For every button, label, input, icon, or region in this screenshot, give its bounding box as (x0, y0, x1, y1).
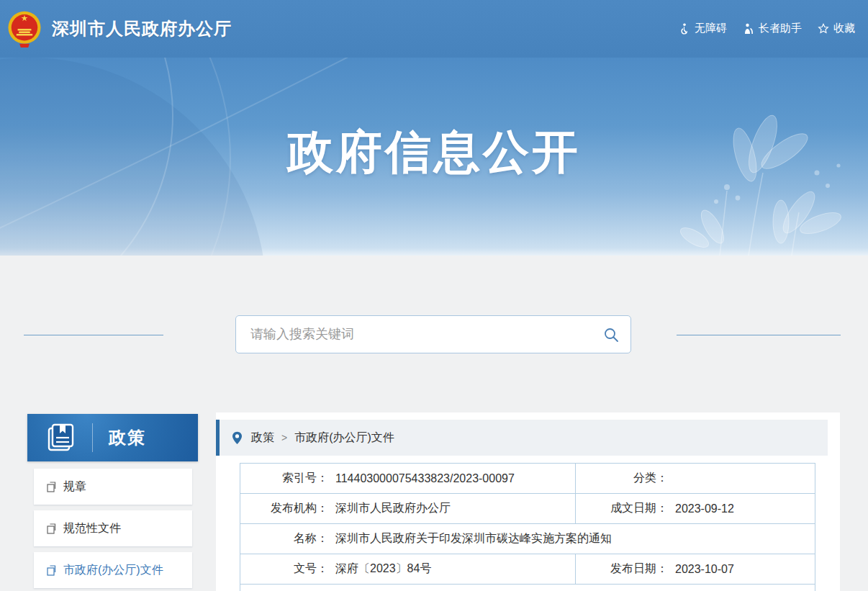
document-number-label: 文号： (240, 561, 328, 577)
top-header-bar: 深圳市人民政府办公厅 无障碍 长者助手 收藏 (0, 0, 868, 58)
written-date-label: 成文日期： (576, 501, 668, 516)
written-date-value: 2023-09-12 (675, 502, 734, 515)
search-input[interactable] (236, 316, 592, 353)
search-divider-left (24, 335, 163, 335)
issuing-agency-label: 发布机构： (240, 501, 328, 516)
document-name-cell: 名称： 深圳市人民政府关于印发深圳市碳达峰实施方案的通知 (240, 524, 815, 554)
search-icon (603, 327, 619, 343)
document-icon (47, 523, 58, 534)
elder-assist-link-label: 长者助手 (759, 22, 802, 35)
document-icon (47, 565, 58, 576)
sidebar-header-divider (92, 423, 93, 452)
breadcrumb: 政策 > 市政府(办公厅)文件 (216, 420, 828, 456)
search-button[interactable] (592, 316, 630, 353)
page: { "header": { "site_title": "深圳市人民政府办公厅"… (0, 0, 868, 591)
table-row (240, 585, 815, 591)
index-number-value: 114403000075433823/2023-00097 (335, 472, 515, 485)
table-row: 发布机构： 深圳市人民政府办公厅 成文日期： 2023-09-12 (240, 494, 815, 524)
star-icon (818, 23, 829, 35)
page-banner: 政府信息公开 (0, 58, 868, 256)
category-cell: 分类： (576, 464, 815, 493)
page-title: 政府信息公开 (0, 121, 868, 184)
table-row: 名称： 深圳市人民政府关于印发深圳市碳达峰实施方案的通知 (240, 524, 815, 554)
document-name-label: 名称： (240, 531, 328, 546)
issuing-agency-cell: 发布机构： 深圳市人民政府办公厅 (240, 494, 576, 523)
breadcrumb-trail: 政策 > 市政府(办公厅)文件 (251, 430, 394, 446)
sidebar-item-regulations[interactable]: 规章 (34, 469, 192, 505)
publish-date-value: 2023-10-07 (675, 563, 734, 576)
document-icon (47, 482, 58, 492)
issuing-agency-value: 深圳市人民政府办公厅 (335, 501, 451, 516)
search-divider-right (677, 335, 841, 335)
document-number-value: 深府〔2023〕84号 (335, 561, 431, 577)
index-number-label: 索引号： (240, 471, 328, 486)
table-row: 索引号： 114403000075433823/2023-00097 分类： (240, 464, 815, 494)
location-pin-icon (232, 431, 243, 445)
document-name-value: 深圳市人民政府关于印发深圳市碳达峰实施方案的通知 (335, 531, 612, 546)
site-title: 深圳市人民政府办公厅 (52, 17, 232, 40)
table-row: 文号： 深府〔2023〕84号 发布日期： 2023-10-07 (240, 554, 815, 585)
favorite-link-label: 收藏 (833, 22, 855, 35)
publish-date-label: 发布日期： (576, 561, 668, 577)
topbar-links: 无障碍 长者助手 收藏 (679, 22, 855, 35)
sidebar-header: 政策 (27, 414, 198, 461)
favorite-link[interactable]: 收藏 (818, 22, 855, 35)
elder-assist-icon (743, 23, 754, 35)
sidebar-title: 政策 (109, 426, 146, 449)
search-box (235, 315, 631, 353)
sidebar-item-label: 市政府(办公厅)文件 (63, 563, 163, 578)
sidebar: 政策 规章 规范性文件 市政府(办公厅)文件 (27, 414, 198, 591)
category-label: 分类： (576, 471, 668, 486)
accessibility-link-label: 无障碍 (695, 22, 727, 35)
written-date-cell: 成文日期： 2023-09-12 (576, 494, 815, 523)
index-number-cell: 索引号： 114403000075433823/2023-00097 (240, 464, 576, 493)
sidebar-item-label: 规章 (63, 479, 86, 495)
national-emblem-logo (6, 10, 43, 48)
breadcrumb-separator: > (281, 432, 287, 443)
sidebar-item-municipal-government-documents[interactable]: 市政府(办公厅)文件 (34, 552, 192, 588)
sidebar-item-label: 规范性文件 (63, 521, 121, 536)
main-content-panel: 政策 > 市政府(办公厅)文件 索引号： 114403000075433823/… (216, 412, 840, 591)
sidebar-item-normative-documents[interactable]: 规范性文件 (34, 510, 192, 546)
policy-book-icon (45, 421, 78, 454)
publish-date-cell: 发布日期： 2023-10-07 (576, 554, 815, 584)
document-number-cell: 文号： 深府〔2023〕84号 (240, 554, 576, 584)
accessibility-link[interactable]: 无障碍 (679, 22, 727, 35)
breadcrumb-item-policy[interactable]: 政策 (251, 430, 274, 446)
breadcrumb-item-current[interactable]: 市政府(办公厅)文件 (294, 430, 394, 446)
sidebar-items: 规章 规范性文件 市政府(办公厅)文件 (34, 469, 192, 588)
document-info-table: 索引号： 114403000075433823/2023-00097 分类： 发… (240, 463, 815, 591)
accessibility-icon (679, 23, 690, 35)
elder-assist-link[interactable]: 长者助手 (743, 22, 802, 35)
